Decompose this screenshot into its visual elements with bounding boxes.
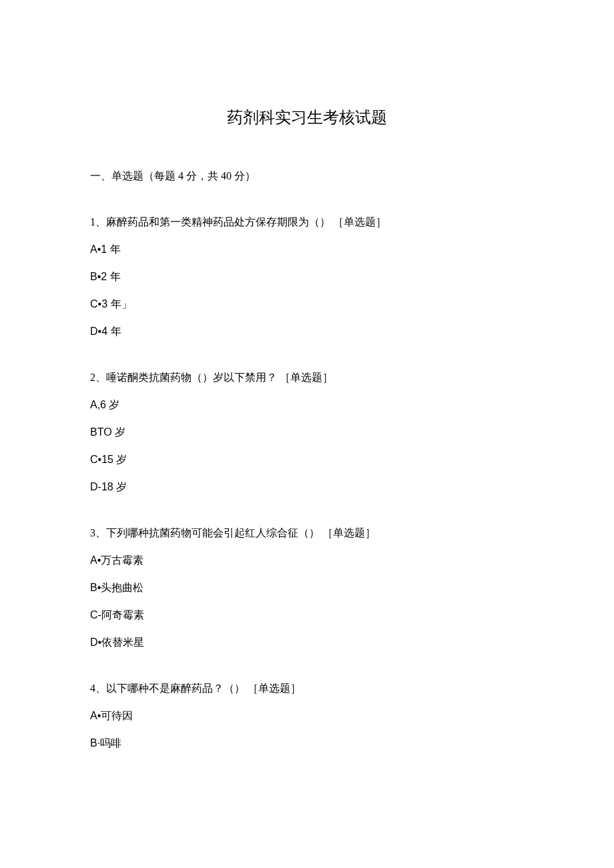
option-b: B·吗啡 <box>90 737 524 751</box>
option-c: C•3 年」 <box>90 298 524 312</box>
question-text: 1、麻醉药品和第一类精神药品处方保存期限为（） ［单选题］ <box>90 215 524 230</box>
question-text: 4、以下哪种不是麻醉药品？（） ［单选题］ <box>90 682 524 696</box>
option-c: C•15 岁 <box>90 453 524 467</box>
option-d: D-18 岁 <box>90 480 524 494</box>
question-block: 4、以下哪种不是麻醉药品？（） ［单选题］ A•可待因 B·吗啡 <box>90 682 524 751</box>
option-a: A•可待因 <box>90 709 524 723</box>
question-block: 3、下列哪种抗菌药物可能会引起红人综合征（） ［单选题］ A•万古霉素 B•头抱… <box>90 526 524 650</box>
question-text: 3、下列哪种抗菌药物可能会引起红人综合征（） ［单选题］ <box>90 526 524 540</box>
option-c: C-阿奇霉素 <box>90 608 524 622</box>
option-b: B•2 年 <box>90 270 524 284</box>
option-b: BTO 岁 <box>90 426 524 440</box>
option-a: A•万古霉素 <box>90 554 524 568</box>
option-a: A•1 年 <box>90 243 524 257</box>
section-header: 一、单选题（每题 4 分，共 40 分） <box>90 169 524 183</box>
question-block: 1、麻醉药品和第一类精神药品处方保存期限为（） ［单选题］ A•1 年 B•2 … <box>90 215 524 339</box>
option-d: D•4 年 <box>90 325 524 339</box>
question-text: 2、唾诺酮类抗菌药物（）岁以下禁用？ ［单选题］ <box>90 371 524 385</box>
question-block: 2、唾诺酮类抗菌药物（）岁以下禁用？ ［单选题］ A,6 岁 BTO 岁 C•1… <box>90 371 524 494</box>
option-b: B•头抱曲松 <box>90 581 524 595</box>
page-title: 药剂科实习生考核试题 <box>90 107 524 128</box>
option-d: D•依替米星 <box>90 636 524 650</box>
option-a: A,6 岁 <box>90 398 524 412</box>
